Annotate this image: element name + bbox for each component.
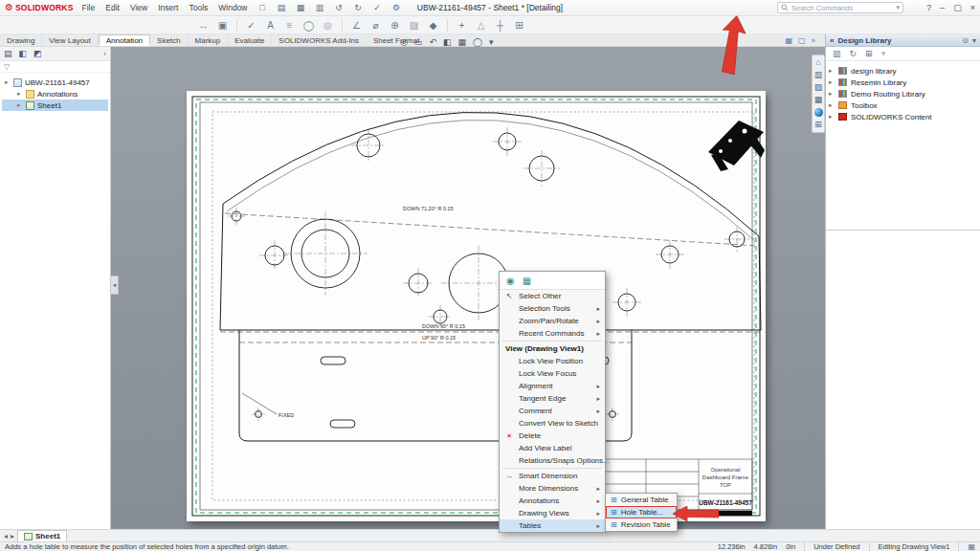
library-item-demo-routing[interactable]: ▸ Demo Routing Library <box>829 88 977 99</box>
undo-icon[interactable]: ↺ <box>333 3 345 12</box>
task-pane-splitter[interactable] <box>826 230 980 231</box>
menu-item-selection-tools[interactable]: Selection Tools ▸ <box>500 302 605 315</box>
expander-icon[interactable]: ▸ <box>17 90 23 98</box>
status-grid-icon[interactable]: ▦ <box>958 542 975 551</box>
tab-sketch[interactable]: Sketch <box>150 34 188 46</box>
restore-icon[interactable]: ▢ <box>953 3 962 12</box>
submenu-item-revision-table[interactable]: ⊞ Revision Table <box>606 518 677 531</box>
file-explorer-icon[interactable]: ▧ <box>814 83 823 92</box>
pin-icon[interactable]: ⊙ <box>962 36 969 45</box>
menu-window[interactable]: Window <box>216 3 249 12</box>
zoom-fit-icon[interactable]: ◎ <box>400 38 408 47</box>
tables-icon[interactable]: ⊞ <box>511 18 527 33</box>
auto-balloon-icon[interactable]: ◎ <box>320 18 336 33</box>
viewport-grid-icon[interactable]: ▦ <box>785 36 792 45</box>
tree-root-drawing[interactable]: ▸ UBW-21161-49457 <box>2 77 108 88</box>
view-palette-icon[interactable]: ▦ <box>814 96 823 104</box>
menu-item-comment[interactable]: Comment ▸ <box>500 405 605 417</box>
area-hatch-icon[interactable]: ▨ <box>406 18 422 33</box>
menu-item-tables[interactable]: Tables ▸ <box>500 519 605 532</box>
featuremanager-tab-icon[interactable]: ▤ <box>4 49 12 58</box>
library-item-resemin[interactable]: ▸ Resemin Library <box>829 77 977 88</box>
expander-icon[interactable]: ▸ <box>829 78 835 86</box>
resources-home-icon[interactable]: ⌂ <box>815 58 820 67</box>
menu-item-convert-view-to-sketch[interactable]: Convert View to Sketch <box>500 417 605 430</box>
propertymanager-tab-icon[interactable]: ◧ <box>19 49 28 58</box>
tab-markup[interactable]: Markup <box>189 34 229 46</box>
create-folder-icon[interactable]: + <box>881 49 886 58</box>
redo-icon[interactable]: ↻ <box>352 3 365 12</box>
hide-show-items-icon[interactable]: ▾ <box>489 38 494 47</box>
section-view-icon[interactable]: ◧ <box>443 38 452 47</box>
revision-symbol-icon[interactable]: △ <box>473 18 489 33</box>
expander-icon[interactable]: ▸ <box>829 101 835 109</box>
sheet-tab-sheet1[interactable]: Sheet1 <box>17 530 67 541</box>
weld-symbol-icon[interactable]: ∠ <box>348 18 365 33</box>
tab-drawing[interactable]: Drawing <box>0 34 42 46</box>
menu-item-smart-dimension[interactable]: ↔ Smart Dimension <box>500 470 605 482</box>
zoom-area-icon[interactable]: ▭ <box>414 38 423 47</box>
tab-view-layout[interactable]: View Layout <box>42 34 98 46</box>
blocks-icon[interactable]: ◆ <box>425 18 441 33</box>
model-items-icon[interactable]: ▣ <box>214 18 231 33</box>
chevrons-left-icon[interactable]: « <box>830 36 834 45</box>
close-icon[interactable]: × <box>970 3 975 12</box>
drawing-view-border[interactable] <box>212 112 754 500</box>
open-icon[interactable]: ▤ <box>276 3 288 12</box>
menu-item-annotations[interactable]: Annotations ▸ <box>500 495 605 507</box>
save-icon[interactable]: ▦ <box>295 3 307 12</box>
collapse-panel-handle[interactable]: ◂ <box>111 276 119 295</box>
menu-item-alignment[interactable]: Alignment ▸ <box>500 380 605 392</box>
menu-item-zoom-pan-rotate[interactable]: Zoom/Pan/Rotate ▸ <box>500 315 605 327</box>
view-orientation-icon[interactable]: ◯ <box>473 38 482 47</box>
library-item-sw-content[interactable]: ▸ SOLIDWORKS Content <box>829 111 977 122</box>
hole-callout-icon[interactable]: ⌀ <box>368 18 384 33</box>
menu-item-drawing-views[interactable]: Drawing Views ▸ <box>500 507 605 519</box>
menu-insert[interactable]: Insert <box>156 3 180 12</box>
panel-expand-icon[interactable]: › <box>103 49 106 58</box>
geometric-tolerance-icon[interactable]: ⊕ <box>387 18 403 33</box>
rebuild-icon[interactable]: ✓ <box>371 3 384 12</box>
menu-item-add-view-label[interactable]: Add View Label <box>500 442 605 454</box>
custom-properties-icon[interactable]: ⊞ <box>814 121 822 129</box>
submenu-item-hole-table[interactable]: ⊞ Hole Table... <box>606 506 677 518</box>
print-icon[interactable]: ▥ <box>314 3 326 12</box>
menu-item-delete[interactable]: × Delete <box>500 430 605 442</box>
spell-checker-icon[interactable]: ✓ <box>243 18 259 33</box>
search-caret-icon[interactable]: ▾ <box>896 4 900 11</box>
expander-icon[interactable]: ▸ <box>5 78 11 86</box>
menu-item-relations-snaps-options[interactable]: Relations/Snaps Options... <box>500 454 605 467</box>
add-to-library-icon[interactable]: ▥ <box>833 49 841 58</box>
menu-file[interactable]: File <box>80 3 98 12</box>
menu-edit[interactable]: Edit <box>103 3 122 12</box>
context-tool-2-icon[interactable]: ▦ <box>523 276 531 286</box>
menu-item-lock-view-focus[interactable]: Lock View Focus <box>500 367 605 380</box>
add-file-location-icon[interactable]: ⊞ <box>865 49 873 58</box>
expander-icon[interactable]: ▸ <box>17 101 23 109</box>
linear-note-pattern-icon[interactable]: ≡ <box>281 18 298 33</box>
graphics-area[interactable]: DOWN 71.20° R 0.15 DOWN 90° R 0.15 UP 90… <box>111 47 825 529</box>
tab-evaluate[interactable]: Evaluate <box>228 34 272 46</box>
note-icon[interactable]: A <box>262 18 278 33</box>
menu-view[interactable]: View <box>128 3 149 12</box>
submenu-item-general-table[interactable]: ⊞ General Table <box>606 494 677 506</box>
menu-item-lock-view-position[interactable]: Lock View Position <box>500 355 605 367</box>
smart-dimension-icon[interactable]: ↔ <box>195 18 212 33</box>
viewport-single-icon[interactable]: ▢ <box>798 36 806 45</box>
tab-annotation[interactable]: Annotation <box>99 34 150 46</box>
design-library-tab-icon[interactable]: ▥ <box>814 71 823 79</box>
tree-item-annotations[interactable]: ▸ Annotations <box>2 88 108 99</box>
previous-view-icon[interactable]: ↶ <box>429 38 436 47</box>
tree-item-sheet1[interactable]: ▸ Sheet1 <box>2 99 108 111</box>
help-icon[interactable]: ? <box>926 3 931 12</box>
menu-tools[interactable]: Tools <box>187 3 210 12</box>
menu-item-select-other[interactable]: ↖ Select Other <box>500 290 605 302</box>
expand-ribbon-icon[interactable]: » <box>812 36 815 45</box>
configurations-tab-icon[interactable]: ◩ <box>33 49 42 58</box>
expander-icon[interactable]: ▸ <box>829 113 835 121</box>
command-search[interactable]: Search Commands ▾ <box>777 2 903 13</box>
pane-menu-caret-icon[interactable]: ▾ <box>972 36 976 45</box>
new-document-icon[interactable]: □ <box>256 3 269 12</box>
refresh-icon[interactable]: ↻ <box>850 49 858 58</box>
center-mark-icon[interactable]: + <box>454 18 470 33</box>
